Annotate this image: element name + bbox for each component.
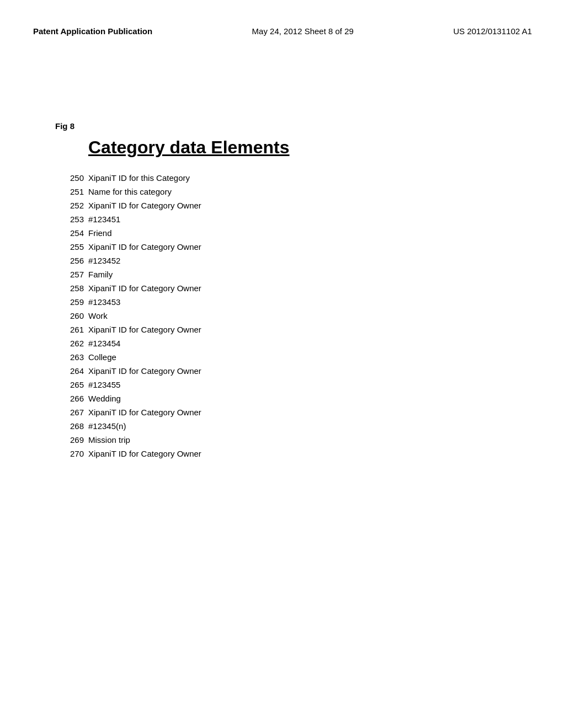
row-number: 270 [66,449,84,458]
row-content: XipaniT ID for Category Owner [88,242,201,251]
row-content: XipaniT ID for Category Owner [88,366,201,376]
row-content: #123452 [88,256,120,265]
table-row: 252XipaniT ID for Category Owner [66,201,532,210]
row-number: 252 [66,201,84,210]
row-number: 257 [66,270,84,279]
row-content: Family [88,270,113,279]
table-row: 250XipaniT ID for this Category [66,173,532,183]
row-content: XipaniT ID for Category Owner [88,325,201,334]
row-number: 258 [66,283,84,293]
table-row: 254Friend [66,228,532,238]
table-row: 256#123452 [66,256,532,265]
table-row: 262#123454 [66,339,532,348]
table-row: 264XipaniT ID for Category Owner [66,366,532,376]
header-left: Patent Application Publication [33,26,152,36]
row-content: #123454 [88,339,120,348]
row-number: 250 [66,173,84,183]
row-content: Wedding [88,394,121,403]
table-row: 265#123455 [66,380,532,389]
row-content: #12345(n) [88,421,126,431]
row-number: 269 [66,435,84,445]
table-row: 268#12345(n) [66,421,532,431]
row-content: Name for this category [88,187,172,196]
table-row: 270XipaniT ID for Category Owner [66,449,532,458]
page-header: Patent Application Publication May 24, 2… [0,26,565,36]
fig-label: Fig 8 [55,121,532,131]
row-number: 251 [66,187,84,196]
table-row: 257Family [66,270,532,279]
table-row: 269Mission trip [66,435,532,445]
row-content: #123451 [88,215,120,224]
table-row: 266Wedding [66,394,532,403]
table-row: 251Name for this category [66,187,532,196]
row-content: XipaniT ID for Category Owner [88,283,201,293]
row-number: 261 [66,325,84,334]
header-center: May 24, 2012 Sheet 8 of 29 [252,26,354,36]
row-number: 262 [66,339,84,348]
table-row: 261XipaniT ID for Category Owner [66,325,532,334]
table-row: 259#123453 [66,297,532,307]
row-content: Work [88,311,108,320]
row-content: College [88,352,116,362]
row-number: 266 [66,394,84,403]
table-row: 267XipaniT ID for Category Owner [66,408,532,417]
table-row: 258XipaniT ID for Category Owner [66,283,532,293]
row-content: XipaniT ID for Category Owner [88,201,201,210]
table-row: 253#123451 [66,215,532,224]
content-area: Fig 8 Category data Elements 250XipaniT … [55,121,532,463]
table-row: 263College [66,352,532,362]
row-number: 267 [66,408,84,417]
row-content: XipaniT ID for this Category [88,173,190,183]
row-number: 255 [66,242,84,251]
row-number: 268 [66,421,84,431]
row-content: XipaniT ID for Category Owner [88,408,201,417]
header-right: US 2012/0131102 A1 [453,26,532,36]
row-number: 264 [66,366,84,376]
table-row: 260Work [66,311,532,320]
row-content: #123453 [88,297,120,307]
row-number: 259 [66,297,84,307]
row-content: Friend [88,228,112,238]
row-content: #123455 [88,380,120,389]
row-content: Mission trip [88,435,130,445]
row-number: 265 [66,380,84,389]
row-number: 263 [66,352,84,362]
row-number: 253 [66,215,84,224]
row-number: 256 [66,256,84,265]
data-table: 250XipaniT ID for this Category251Name f… [66,173,532,458]
row-number: 260 [66,311,84,320]
page-title: Category data Elements [88,137,532,158]
row-number: 254 [66,228,84,238]
table-row: 255XipaniT ID for Category Owner [66,242,532,251]
row-content: XipaniT ID for Category Owner [88,449,201,458]
